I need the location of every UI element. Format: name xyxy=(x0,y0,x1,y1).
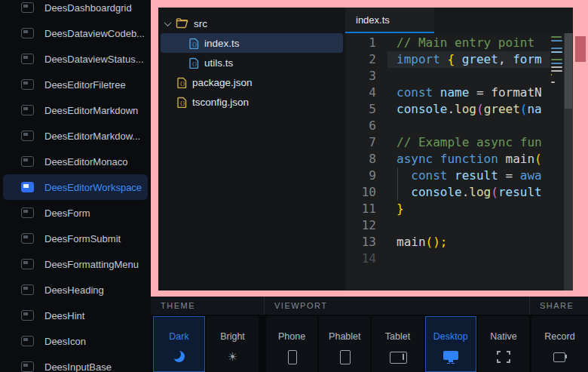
widget-icon xyxy=(21,79,34,90)
demo-stage: src{}index.ts{}utils.ts{}package.json{}t… xyxy=(151,0,588,297)
record-button[interactable]: Record xyxy=(531,316,588,372)
phablet-icon xyxy=(336,350,353,364)
line-number: 1 xyxy=(345,35,387,51)
toolbar-section-theme: THEMEDarkBright☀ xyxy=(151,297,264,372)
bright-button[interactable]: Bright☀ xyxy=(207,316,259,372)
button-label: Phablet xyxy=(329,331,360,342)
sidebar-item-deesinputbase[interactable]: DeesInputBase xyxy=(3,354,148,372)
tree-row-label: src xyxy=(194,18,207,29)
component-list: DeesDashboardgridDeesDataviewCodeb...Dee… xyxy=(0,0,151,372)
sidebar-item-deesform[interactable]: DeesForm xyxy=(3,200,148,226)
code-line xyxy=(387,251,550,267)
sidebar-item-label: DeesEditorMonaco xyxy=(44,156,128,168)
minimap-line xyxy=(551,40,562,42)
tree-row-utils.ts[interactable]: {}utils.ts xyxy=(161,53,343,72)
line-number: 6 xyxy=(345,118,387,134)
minimap-line xyxy=(551,51,562,53)
tree-row-package.json[interactable]: {}package.json xyxy=(161,72,343,92)
sidebar-item-label: DeesForm xyxy=(44,208,90,219)
line-number: 8 xyxy=(345,151,387,168)
tree-row-label: tsconfig.json xyxy=(192,97,249,108)
sidebar-item-label: DeesDataviewStatus... xyxy=(44,54,144,65)
code-area[interactable]: 1234567891011121314 // Main entry pointi… xyxy=(345,33,573,291)
sidebar-item-deeseditorworkspace[interactable]: DeesEditorWorkspace xyxy=(3,174,148,200)
tree-row-index.ts[interactable]: {}index.ts xyxy=(161,33,343,53)
widget-icon xyxy=(21,54,34,64)
line-number: 10 xyxy=(345,184,387,201)
editor-scrollbar[interactable] xyxy=(564,33,573,291)
dark-button[interactable]: Dark xyxy=(153,316,205,372)
native-button[interactable]: Native xyxy=(478,316,529,372)
minimap-line xyxy=(551,70,562,72)
code-content[interactable]: // Main entry pointimport { greet, formc… xyxy=(387,33,550,291)
sidebar-item-deesformsubmit[interactable]: DeesFormSubmit xyxy=(3,226,148,251)
svg-text:{}: {} xyxy=(191,41,198,47)
tree-row-label: package.json xyxy=(192,77,253,88)
desktop-button[interactable]: Desktop xyxy=(425,316,476,372)
toolbar-button-row: Record xyxy=(529,315,588,372)
sidebar-item-deesdataviewcodeb[interactable]: DeesDataviewCodeb... xyxy=(3,20,148,46)
button-label: Phone xyxy=(278,331,305,342)
line-number: 4 xyxy=(345,85,387,101)
sidebar-item-label: DeesFormattingMenu xyxy=(44,259,139,270)
sidebar-item-label: DeesEditorMarkdown xyxy=(44,105,138,116)
button-label: Tablet xyxy=(385,331,410,342)
toolbar-button-row: DarkBright☀ xyxy=(151,315,264,372)
moon-icon xyxy=(171,350,188,364)
editor-tabbar: index.ts xyxy=(345,8,573,33)
sidebar-item-deesdashboardgrid[interactable]: DeesDashboardgrid xyxy=(3,0,148,20)
minimap-line xyxy=(551,44,562,45)
minimap-line xyxy=(551,78,562,79)
sidebar-item-deesheading[interactable]: DeesHeading xyxy=(3,277,148,303)
stage-scrollbar-thumb[interactable] xyxy=(575,36,586,62)
tree-row-src[interactable]: src xyxy=(161,14,343,33)
code-line: import { greet, form xyxy=(387,51,550,68)
sidebar-item-label: DeesHeading xyxy=(44,284,104,296)
line-number: 13 xyxy=(345,234,387,251)
code-line xyxy=(387,68,550,85)
toolbar-section-title: SHARE xyxy=(529,297,588,315)
code-line xyxy=(387,118,550,134)
tablet-button[interactable]: Tablet xyxy=(372,316,423,372)
sidebar-item-deeseditormarkdow[interactable]: DeesEditorMarkdow... xyxy=(3,123,148,149)
sidebar-item-label: DeesEditorWorkspace xyxy=(44,182,142,193)
code-line: const name = formatN xyxy=(387,85,550,101)
sidebar-item-deesicon[interactable]: DeesIcon xyxy=(3,328,148,354)
editor-tab-indexts[interactable]: index.ts xyxy=(345,8,434,33)
widget-icon xyxy=(21,131,34,141)
code-line: } xyxy=(387,201,550,217)
phone-button[interactable]: Phone xyxy=(266,316,317,372)
tree-row-tsconfig.json[interactable]: {}tsconfig.json xyxy=(161,92,343,112)
sidebar-item-deeseditorfiletree[interactable]: DeesEditorFiletree xyxy=(3,72,148,97)
widget-icon xyxy=(21,182,34,192)
code-line: // Example async fun xyxy=(387,134,550,151)
minimap-line xyxy=(551,81,555,83)
toolbar-button-row: PhonePhabletTabletDesktopNative xyxy=(264,315,529,372)
minimap[interactable] xyxy=(550,33,564,291)
sidebar-item-deesdataviewstatus[interactable]: DeesDataviewStatus... xyxy=(3,46,148,72)
file-tree[interactable]: src{}index.ts{}utils.ts{}package.json{}t… xyxy=(158,8,345,291)
line-number: 2 xyxy=(345,51,387,68)
sidebar-item-deeshint[interactable]: DeesHint xyxy=(3,303,148,328)
sidebar-item-deesformattingmenu[interactable]: DeesFormattingMenu xyxy=(3,251,148,277)
sidebar-item-deeseditormarkdown[interactable]: DeesEditorMarkdown xyxy=(3,97,148,123)
editor-scrollbar-thumb[interactable] xyxy=(565,33,572,109)
code-line: main(); xyxy=(387,234,550,251)
svg-text:{}: {} xyxy=(179,100,185,106)
code-editor[interactable]: index.ts 1234567891011121314 // Main ent… xyxy=(345,8,573,291)
sidebar-item-label: DeesDataviewCodeb... xyxy=(44,28,145,39)
phablet-button[interactable]: Phablet xyxy=(319,316,370,372)
widget-icon xyxy=(21,156,34,167)
widget-icon xyxy=(21,336,34,346)
chevron-down-icon[interactable] xyxy=(164,19,172,26)
sun-icon: ☀ xyxy=(225,350,241,364)
sidebar-item-label: DeesIcon xyxy=(44,336,86,347)
sidebar-item-deeseditormonaco[interactable]: DeesEditorMonaco xyxy=(3,149,148,174)
file-ts-icon: {} xyxy=(189,57,199,69)
code-line: async function main( xyxy=(387,151,550,168)
code-line xyxy=(387,217,550,234)
native-icon xyxy=(495,350,512,364)
sidebar-item-label: DeesEditorFiletree xyxy=(44,79,126,91)
minimap-line xyxy=(551,66,562,68)
minimap-line xyxy=(551,36,562,38)
